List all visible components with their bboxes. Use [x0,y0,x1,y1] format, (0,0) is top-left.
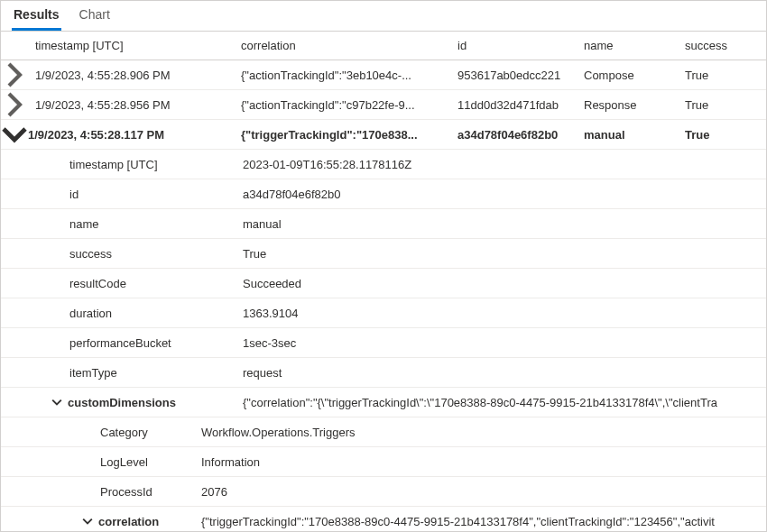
cell-id: 11dd0d32d471fdab [450,98,577,112]
detail-row-correlation[interactable]: correlation {"triggerTrackingId":"170e83… [1,507,766,532]
cell-correlation: {"actionTrackingId":"c97b22fe-9... [234,98,450,112]
detail-row: resultCode Succeeded [1,269,766,298]
detail-value: True [243,247,766,261]
chevron-down-icon[interactable] [82,516,93,527]
detail-value: manual [243,217,766,231]
detail-row: name manual [1,209,766,239]
detail-row: id a34d78f04e6f82b0 [1,179,766,209]
cell-success: True [678,69,766,82]
detail-value: 2023-01-09T16:55:28.1178116Z [243,158,766,171]
chevron-down-icon[interactable] [1,121,28,148]
detail-value: request [243,366,766,380]
tab-chart[interactable]: Chart [78,2,112,31]
col-timestamp[interactable]: timestamp [UTC] [28,39,234,52]
detail-row: performanceBucket 1sec-3sec [1,328,766,358]
detail-label-correlation: correlation [1,515,201,528]
chevron-down-icon[interactable] [51,397,62,408]
cell-timestamp: 1/9/2023, 4:55:28.117 PM [28,128,234,142]
detail-label: ProcessId [1,485,201,499]
detail-row-customdimensions[interactable]: customDimensions {"correlation":"{\"trig… [1,388,766,417]
detail-value: {"correlation":"{\"triggerTrackingId\":\… [243,396,766,409]
col-name[interactable]: name [577,39,678,52]
detail-value: Information [201,455,766,469]
col-success[interactable]: success [678,39,766,52]
highlight-clienttrackingid: "clientTrackingId":"123456" [536,515,677,528]
detail-row: timestamp [UTC] 2023-01-09T16:55:28.1178… [1,150,766,179]
detail-row: LogLevel Information [1,447,766,477]
cell-timestamp: 1/9/2023, 4:55:28.906 PM [28,69,234,82]
cell-correlation: {"triggerTrackingId":"170e838... [234,128,450,142]
detail-label: duration [1,307,243,320]
cell-correlation: {"actionTrackingId":"3eb10e4c-... [234,69,450,82]
detail-label: success [1,247,243,261]
detail-label: resultCode [1,277,243,290]
detail-value: 1sec-3sec [243,336,766,350]
table-row[interactable]: 1/9/2023, 4:55:28.956 PM {"actionTrackin… [1,90,766,120]
detail-label: performanceBucket [1,336,243,350]
table-row[interactable]: 1/9/2023, 4:55:28.906 PM {"actionTrackin… [1,60,766,90]
cell-name: Compose [577,69,678,82]
detail-value: Succeeded [243,277,766,290]
cell-name: manual [577,128,678,142]
detail-label: name [1,217,243,231]
detail-value: 1363.9104 [243,307,766,320]
tab-results[interactable]: Results [12,2,61,31]
detail-label: Category [1,426,201,439]
cell-name: Response [577,98,678,112]
detail-value: a34d78f04e6f82b0 [243,188,766,201]
detail-row: duration 1363.9104 [1,298,766,328]
table-row-expanded[interactable]: 1/9/2023, 4:55:28.117 PM {"triggerTracki… [1,120,766,150]
detail-label: id [1,188,243,201]
tab-bar: Results Chart [1,1,766,32]
detail-row: itemType request [1,358,766,388]
cell-success: True [678,128,766,142]
detail-label-customdimensions: customDimensions [1,396,243,409]
detail-label: timestamp [UTC] [1,158,243,171]
col-id[interactable]: id [450,39,577,52]
table-header: timestamp [UTC] correlation id name succ… [1,32,766,60]
detail-label: itemType [1,366,243,380]
cell-id: a34d78f04e6f82b0 [450,128,577,142]
detail-row: Category Workflow.Operations.Triggers [1,417,766,447]
detail-row: ProcessId 2076 [1,477,766,507]
cell-timestamp: 1/9/2023, 4:55:28.956 PM [28,98,234,112]
detail-pane: timestamp [UTC] 2023-01-09T16:55:28.1178… [1,150,766,532]
detail-label: LogLevel [1,455,201,469]
detail-value: 2076 [201,485,766,499]
detail-row: success True [1,239,766,269]
cell-id: 953617ab0edcc221 [450,69,577,82]
chevron-right-icon[interactable] [1,61,28,88]
cell-success: True [678,98,766,112]
col-correlation[interactable]: correlation [234,39,450,52]
detail-value: Workflow.Operations.Triggers [201,426,766,439]
detail-value-correlation: {"triggerTrackingId":"170e8388-89c0-4475… [201,515,766,528]
chevron-right-icon[interactable] [1,91,28,118]
